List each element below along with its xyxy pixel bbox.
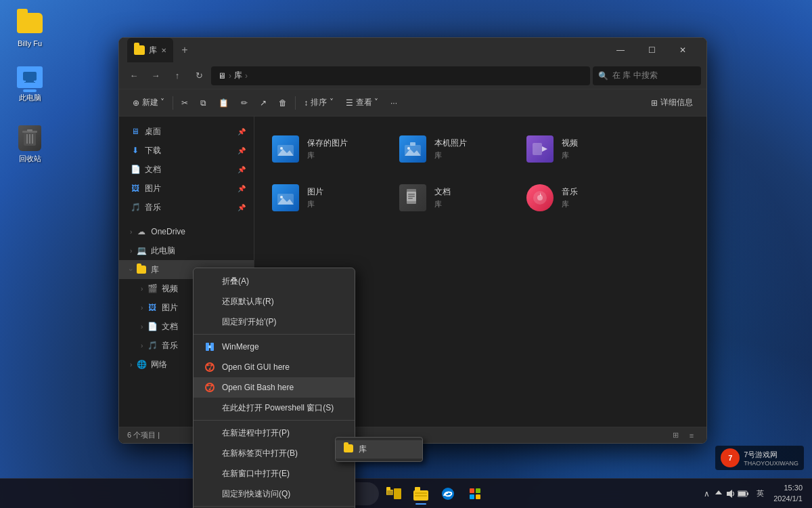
clock[interactable]: 15:30 2024/1/1	[769, 483, 807, 504]
music-name: 音乐	[562, 186, 578, 198]
ctx-open-git-gui[interactable]: Open Git GUI here	[194, 357, 355, 377]
sidebar-item-this-pc[interactable]: › 💻 此电脑	[119, 241, 254, 260]
share-icon: ↗	[260, 98, 267, 108]
ctx-new-tab[interactable]: 在新标签页中打开(B)	[194, 443, 355, 463]
svg-rect-30	[208, 345, 211, 348]
desktop-icon-this-pc[interactable]: 此电脑	[5, 61, 54, 105]
photo-lib-icon	[272, 184, 299, 211]
chevron-up-icon[interactable]: ∧	[701, 488, 712, 499]
tab-close-btn[interactable]: ✕	[161, 47, 166, 54]
delete-btn[interactable]: 🗑	[273, 93, 292, 113]
taskbar-app-file-mgr[interactable]	[409, 482, 433, 506]
back-btn[interactable]: ←	[125, 66, 143, 85]
ctx-sep-1	[194, 334, 355, 335]
ctx-winmerge[interactable]: WinMerge	[194, 337, 355, 357]
pin-icon-music: 📌	[238, 204, 246, 211]
language-indicator[interactable]: 英	[754, 488, 767, 499]
sidebar-label-music-sub: 音乐	[162, 340, 178, 352]
detail-info-btn[interactable]: ⊞ 详细信息	[646, 94, 698, 111]
sort-btn[interactable]: ↕ 排序 ˅	[298, 93, 338, 113]
battery-tray-icon[interactable]	[738, 488, 748, 499]
sidebar-item-pictures[interactable]: 🖼 图片 📌	[119, 179, 254, 198]
pin-icon-desktop: 📌	[238, 128, 246, 135]
file-item-saved-photos[interactable]: 保存的图片 库	[265, 127, 387, 171]
toolbar-divider-1	[173, 96, 173, 110]
volume-tray-icon[interactable]	[725, 488, 736, 499]
svg-point-27	[537, 195, 543, 200]
view-btn[interactable]: ☰ 查看 ˅	[340, 93, 384, 113]
ctx-new-window[interactable]: 在新窗口中打开(E)	[194, 463, 355, 484]
chevron-icon-onedrive: ›	[130, 228, 132, 236]
svg-rect-53	[415, 492, 427, 494]
forward-btn[interactable]: →	[146, 66, 165, 85]
svg-rect-58	[470, 494, 474, 499]
search-box[interactable]: 🔍 在 库 中搜索	[593, 66, 701, 85]
list-view-btn[interactable]: ≡	[685, 429, 698, 442]
taskbar-app-store[interactable]	[463, 482, 487, 506]
cut-btn[interactable]: ✂	[176, 93, 194, 113]
ctx-restore[interactable]: 还原默认库(R)	[194, 291, 355, 312]
file-item-music[interactable]: 音乐 库	[520, 176, 641, 219]
minimize-btn[interactable]: —	[605, 38, 636, 62]
desktop-icon-billy-fu[interactable]: Billy Fu	[5, 7, 54, 51]
maximize-btn[interactable]: ☐	[636, 38, 667, 62]
icon-label-this-pc: 此电脑	[19, 93, 41, 102]
sidebar-item-docs[interactable]: 📄 文档 📌	[119, 160, 254, 179]
ctx-new-process[interactable]: 在新进程中打开(P)	[194, 423, 355, 443]
chevron-icon-music-sub: ›	[141, 342, 143, 350]
ctx-collapse[interactable]: 折叠(A)	[194, 271, 355, 291]
watermark-text: 7号游戏网 THAOYOUXIWANG	[744, 450, 798, 467]
ctx-pin-start[interactable]: 固定到'开始'(P)	[194, 312, 355, 332]
file-item-photos[interactable]: 图片 库	[265, 176, 387, 219]
docs-sidebar-icon: 📄	[130, 164, 141, 175]
tab-library[interactable]: 库 ✕	[127, 38, 173, 62]
music-info: 音乐 库	[562, 186, 578, 209]
submenu-library-item[interactable]: 库	[336, 440, 422, 459]
new-btn[interactable]: ⊕ 新建 ˅	[127, 93, 170, 113]
svg-rect-15	[410, 142, 415, 146]
refresh-btn[interactable]: ↻	[189, 66, 208, 85]
sidebar-item-onedrive[interactable]: › ☁ OneDrive	[119, 222, 254, 241]
svg-rect-49	[394, 488, 401, 499]
ctx-new-process-label: 在新进程中打开(P)	[222, 427, 290, 439]
ctx-new-process-icon	[204, 427, 215, 438]
desktop-icon-recycle[interactable]: 回收站	[5, 122, 54, 166]
address-bar[interactable]: 🖥 › 库 ›	[211, 66, 590, 85]
file-item-documents[interactable]: 文档 库	[392, 176, 514, 219]
sidebar-label-this-pc: 此电脑	[151, 245, 175, 257]
share-btn[interactable]: ↗	[254, 93, 272, 113]
view-icons: ⊞ ≡	[669, 429, 698, 442]
watermark-number: 7	[728, 454, 732, 462]
grid-view-btn[interactable]: ⊞	[669, 429, 682, 442]
file-item-video[interactable]: 视频 库	[520, 127, 641, 171]
sidebar-item-desktop[interactable]: 🖥 桌面 📌	[119, 122, 254, 141]
sidebar-label-docs-sub: 文档	[162, 321, 178, 333]
ctx-pin-start-icon	[204, 316, 215, 327]
pin-icon-downloads: 📌	[238, 147, 246, 154]
close-btn[interactable]: ✕	[667, 38, 698, 62]
more-btn[interactable]: ···	[385, 93, 403, 113]
sidebar-label-video-sub: 视频	[162, 283, 178, 295]
ctx-powershell[interactable]: 在此处打开 Powershell 窗口(S)	[194, 398, 355, 418]
sidebar-item-downloads[interactable]: ⬇ 下载 📌	[119, 141, 254, 160]
taskbar-app-edge[interactable]	[436, 482, 460, 506]
svg-line-36	[210, 365, 212, 369]
ctx-new-tab-icon	[204, 448, 215, 459]
network-tray-icon[interactable]	[713, 488, 724, 499]
file-item-camera[interactable]: 本机照片 库	[392, 127, 514, 171]
rename-btn[interactable]: ✏	[235, 93, 253, 113]
sidebar-item-music[interactable]: 🎵 音乐 📌	[119, 198, 254, 217]
music-lib-icon	[526, 184, 554, 211]
chevron-icon-docs-sub: ›	[141, 323, 143, 331]
copy-btn[interactable]: ⧉	[195, 93, 212, 113]
paste-btn[interactable]: 📋	[213, 93, 234, 113]
svg-point-20	[280, 196, 283, 198]
ctx-open-git-bash[interactable]: Open Git Bash here	[194, 377, 355, 398]
taskbar-app-explorer[interactable]	[382, 482, 406, 506]
svg-marker-17	[542, 146, 547, 152]
ctx-pin-quick[interactable]: 固定到快速访问(Q)	[194, 484, 355, 504]
up-btn[interactable]: ↑	[168, 66, 187, 85]
tab-add-btn[interactable]: +	[175, 40, 195, 60]
view-label: 查看 ˅	[356, 97, 378, 108]
more-icon: ···	[390, 98, 397, 108]
